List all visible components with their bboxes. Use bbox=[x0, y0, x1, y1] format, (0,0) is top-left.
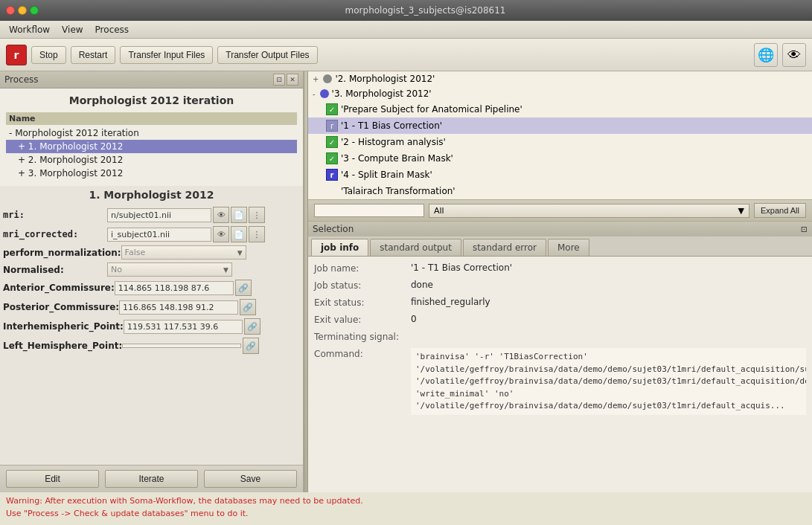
wf-label-talairach: 'Talairach Transformation' bbox=[341, 186, 455, 196]
process-header-icons: ⊡ ✕ bbox=[273, 74, 298, 86]
field-perform-norm-dropdown[interactable]: False ▼ bbox=[121, 245, 246, 260]
mri-browse-icon[interactable]: 📄 bbox=[231, 207, 247, 223]
field-perform-norm: perform_normalization: False ▼ bbox=[3, 245, 300, 260]
process-detail: 1. Morphologist 2012 mri: n/subject01.ni… bbox=[0, 186, 303, 465]
posterior-icon[interactable]: 🔗 bbox=[240, 299, 256, 315]
minimize-button[interactable] bbox=[18, 6, 27, 15]
maximize-button[interactable] bbox=[30, 6, 39, 15]
warning-line1: Warning: After execution with Soma-Workf… bbox=[6, 495, 806, 508]
wf-item-splitbrain[interactable]: r '4 - Split Brain Mask' bbox=[308, 167, 812, 183]
field-anterior-value: 114.865 118.198 87.6 bbox=[115, 281, 234, 295]
wf-label-histogram: '2 - Histogram analysis' bbox=[341, 137, 446, 147]
tree-item-3[interactable]: + 3. Morphologist 2012 bbox=[6, 167, 297, 180]
wf-item-histogram[interactable]: ✓ '2 - Histogram analysis' bbox=[308, 134, 812, 150]
job-command-value[interactable]: 'brainvisa' '-r' 'T1BiasCorrection' '/vo… bbox=[411, 348, 806, 415]
mri-corrected-browse-icon[interactable]: 📄 bbox=[231, 226, 247, 242]
bottom-buttons: Edit Iterate Save bbox=[0, 465, 303, 492]
job-row-exit-value: Exit value: 0 bbox=[314, 314, 806, 325]
save-button[interactable]: Save bbox=[204, 470, 297, 488]
job-row-signal: Terminating signal: bbox=[314, 331, 806, 342]
field-mri-corrected-icons: 👁 📄 ⋮ bbox=[213, 226, 265, 242]
job-row-command: Command: 'brainvisa' '-r' 'T1BiasCorrect… bbox=[314, 348, 806, 415]
workflow-tree-title: Morphologist 2012 iteration bbox=[6, 94, 297, 106]
wf-label-2: '2. Morphologist 2012' bbox=[335, 74, 435, 84]
tab-standard-output[interactable]: standard output bbox=[370, 239, 461, 256]
wf-item-t1bias[interactable]: r '1 - T1 Bias Correction' bbox=[308, 117, 812, 134]
tab-more[interactable]: More bbox=[548, 239, 589, 256]
field-interhemi-value: 119.531 117.531 39.6 bbox=[124, 320, 243, 334]
process-restore-button[interactable]: ⊡ bbox=[273, 74, 285, 86]
job-signal-label: Terminating signal: bbox=[314, 331, 411, 342]
warning-line2: Use "Process -> Check & update databases… bbox=[6, 508, 806, 521]
restart-button[interactable]: Restart bbox=[71, 46, 116, 64]
job-exit-value-value: 0 bbox=[411, 314, 806, 324]
field-mri-icons: 👁 📄 ⋮ bbox=[213, 207, 265, 223]
globe-icon[interactable]: 🌐 bbox=[754, 43, 778, 67]
mri-more-icon[interactable]: ⋮ bbox=[249, 207, 265, 223]
job-row-exit-status: Exit status: finished_regularly bbox=[314, 297, 806, 308]
selection-area: Selection ⊡ job info standard output sta… bbox=[308, 222, 812, 492]
wf-expand-3[interactable]: - bbox=[313, 90, 316, 98]
close-button[interactable] bbox=[6, 6, 15, 15]
tab-job-info[interactable]: job info bbox=[311, 239, 368, 256]
filter-bar: All ▼ Expand All bbox=[308, 199, 812, 222]
process-header: Process ⊡ ✕ bbox=[0, 71, 303, 88]
job-content: Job name: '1 - T1 Bias Correction' Job s… bbox=[308, 257, 812, 492]
transfer-output-button[interactable]: Transfer Output Files bbox=[217, 46, 317, 64]
anterior-icon[interactable]: 🔗 bbox=[235, 280, 252, 296]
field-posterior-label: Posterior_Commissure: bbox=[3, 302, 119, 312]
wf-bullet-2 bbox=[323, 74, 332, 83]
field-normalised-dropdown[interactable]: No ▼ bbox=[107, 262, 232, 277]
wf-check-histogram: ✓ bbox=[326, 136, 338, 148]
filter-dropdown-arrow: ▼ bbox=[738, 206, 744, 216]
process-detail-title: 1. Morphologist 2012 bbox=[3, 189, 300, 201]
eye-icon[interactable]: 👁 bbox=[782, 43, 806, 67]
tree-item-1[interactable]: + 1. Morphologist 2012 bbox=[6, 140, 297, 153]
mri-view-icon[interactable]: 👁 bbox=[213, 207, 229, 223]
iterate-button[interactable]: Iterate bbox=[105, 470, 198, 488]
process-close-button[interactable]: ✕ bbox=[287, 74, 298, 86]
menu-view[interactable]: View bbox=[56, 23, 89, 36]
wf-item-talairach[interactable]: 'Talairach Transformation' bbox=[308, 183, 812, 199]
traffic-lights bbox=[6, 6, 39, 15]
wf-label-splitbrain: '4 - Split Brain Mask' bbox=[341, 170, 432, 180]
wf-label-t1bias: '1 - T1 Bias Correction' bbox=[341, 120, 442, 131]
interhemi-icon[interactable]: 🔗 bbox=[244, 318, 260, 335]
field-mri-corrected-value: i_subject01.nii bbox=[107, 228, 211, 242]
menu-process[interactable]: Process bbox=[89, 23, 135, 36]
filter-dropdown[interactable]: All ▼ bbox=[429, 204, 749, 218]
process-header-label: Process bbox=[4, 74, 39, 85]
wf-item-prepare[interactable]: ✓ 'Prepare Subject for Anatomical Pipeli… bbox=[308, 101, 812, 117]
field-mri-value: n/subject01.nii bbox=[107, 208, 211, 222]
tab-standard-error[interactable]: standard error bbox=[463, 239, 546, 256]
wf-expand-2[interactable]: + bbox=[313, 75, 319, 83]
wf-item-brainmask[interactable]: ✓ '3 - Compute Brain Mask' bbox=[308, 150, 812, 167]
tree-item-2[interactable]: + 2. Morphologist 2012 bbox=[6, 153, 297, 167]
field-posterior-value: 116.865 148.198 91.2 bbox=[119, 300, 238, 315]
perform-norm-dropdown-arrow: ▼ bbox=[237, 249, 243, 257]
wf-item-2[interactable]: + '2. Morphologist 2012' bbox=[308, 71, 812, 86]
field-normalised-value: No bbox=[111, 265, 122, 274]
r-button[interactable]: r bbox=[6, 45, 27, 65]
tabs-bar: job info standard output standard error … bbox=[308, 236, 812, 257]
field-lefthemi-label: Left_Hemisphere_Point: bbox=[3, 341, 122, 351]
wf-check-talairach bbox=[326, 185, 338, 197]
wf-item-3[interactable]: - '3. Morphologist 2012' bbox=[308, 86, 812, 101]
job-status-label: Job status: bbox=[314, 280, 411, 291]
mri-corrected-more-icon[interactable]: ⋮ bbox=[249, 226, 265, 242]
field-interhemi-label: Interhemispheric_Point: bbox=[3, 321, 124, 332]
lefthemi-icon[interactable]: 🔗 bbox=[243, 338, 259, 354]
expand-all-button[interactable]: Expand All bbox=[754, 203, 806, 218]
menu-workflow[interactable]: Workflow bbox=[3, 23, 56, 36]
job-status-value: done bbox=[411, 280, 806, 290]
transfer-input-button[interactable]: Transfer Input Files bbox=[120, 46, 213, 64]
field-perform-norm-label: perform_normalization: bbox=[3, 248, 121, 258]
wf-bullet-3 bbox=[320, 89, 329, 98]
job-row-status: Job status: done bbox=[314, 280, 806, 291]
edit-button[interactable]: Edit bbox=[6, 470, 99, 488]
tree-item-root[interactable]: - Morphologist 2012 iteration bbox=[6, 126, 297, 140]
filter-input[interactable] bbox=[314, 204, 424, 217]
mri-corrected-view-icon[interactable]: 👁 bbox=[213, 226, 229, 242]
selection-expand-icon[interactable]: ⊡ bbox=[801, 225, 808, 234]
stop-button[interactable]: Stop bbox=[31, 46, 66, 64]
